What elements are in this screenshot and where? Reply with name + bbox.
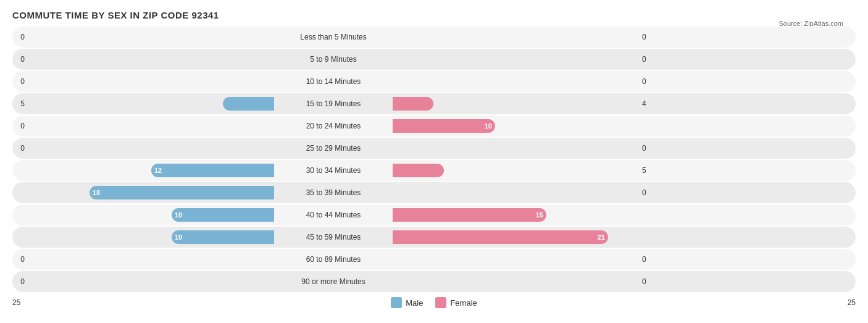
chart-row: 0 25 to 29 Minutes 0 (12, 138, 856, 159)
legend-male-box (391, 297, 402, 308)
male-value: 0 (12, 255, 25, 264)
chart-footer: 25 Male Female 25 (12, 297, 856, 308)
legend-male-label: Male (406, 298, 423, 308)
male-value-inside: 10 (175, 233, 182, 241)
row-label: 45 to 59 Minutes (278, 233, 389, 241)
male-bar-container: 10 (27, 208, 274, 222)
male-bar-container: 18 (27, 186, 274, 199)
chart-container: 0 Less than 5 Minutes 0 0 5 to 9 Minutes… (12, 27, 856, 292)
male-value: 0 (12, 277, 25, 286)
male-value: 0 (12, 122, 25, 130)
male-value: 0 (12, 77, 25, 86)
right-section: 0 (389, 144, 654, 153)
chart-row: 0 5 to 9 Minutes 0 (12, 49, 856, 70)
female-value: 5 (642, 166, 654, 175)
female-value-inside: 10 (485, 122, 492, 130)
left-section: 0 (12, 77, 278, 86)
left-section: 10 (12, 230, 278, 244)
female-bar-container (393, 164, 640, 177)
female-value-inside: 21 (598, 233, 605, 241)
left-section: 12 (12, 164, 278, 177)
chart-row: 0 20 to 24 Minutes 10 (12, 115, 856, 136)
right-section: 5 (389, 164, 654, 177)
row-label: Less than 5 Minutes (278, 33, 389, 41)
female-bar-container: 15 (393, 208, 640, 222)
left-section: 0 (12, 255, 278, 264)
right-section: 0 (389, 255, 654, 264)
right-section: 0 (389, 55, 654, 64)
right-section: 21 (389, 230, 654, 244)
female-value: 0 (642, 33, 654, 41)
male-value: 5 (12, 99, 25, 108)
male-bar-container: 10 (27, 230, 274, 244)
right-section: 0 (389, 77, 654, 86)
female-value: 0 (642, 188, 654, 197)
female-value: 0 (642, 77, 654, 86)
left-section: 0 (12, 144, 278, 153)
row-label: 10 to 14 Minutes (278, 77, 389, 86)
right-section: 0 (389, 33, 654, 41)
row-label: 25 to 29 Minutes (278, 144, 389, 153)
right-section: 15 (389, 208, 654, 222)
chart-row: 0 Less than 5 Minutes 0 (12, 27, 856, 48)
row-label: 40 to 44 Minutes (278, 211, 389, 219)
right-section: 4 (389, 97, 654, 111)
left-section: 5 (12, 97, 278, 111)
male-value-inside: 18 (93, 189, 100, 196)
chart-row: 10 40 to 44 Minutes 15 (12, 204, 856, 225)
bar-male: 18 (90, 186, 274, 199)
female-value: 0 (642, 277, 654, 286)
row-label: 20 to 24 Minutes (278, 122, 389, 130)
bar-male: 12 (151, 164, 274, 177)
female-value: 4 (642, 99, 654, 108)
legend-female: Female (435, 297, 477, 308)
chart-title: COMMUTE TIME BY SEX IN ZIP CODE 92341 (12, 10, 856, 20)
row-label: 90 or more Minutes (278, 277, 389, 286)
chart-row: 0 60 to 89 Minutes 0 (12, 249, 856, 270)
female-value-inside: 15 (536, 211, 543, 219)
bar-female: 15 (393, 208, 546, 222)
male-value-inside: 10 (175, 211, 182, 219)
bar-male: 10 (172, 230, 274, 244)
row-label: 60 to 89 Minutes (278, 255, 389, 264)
axis-left-label: 25 (12, 298, 37, 307)
row-label: 30 to 34 Minutes (278, 166, 389, 175)
chart-row: 12 30 to 34 Minutes 5 (12, 160, 856, 181)
bar-female (393, 97, 433, 111)
bar-female (393, 164, 444, 177)
bar-female: 21 (393, 230, 608, 244)
bar-male: 10 (172, 208, 274, 222)
bar-male (223, 97, 274, 111)
male-bar-container: 12 (27, 164, 274, 177)
male-value-inside: 12 (154, 167, 162, 174)
chart-row: 5 15 to 19 Minutes 4 (12, 93, 856, 114)
right-section: 0 (389, 277, 654, 286)
female-value: 0 (642, 144, 654, 153)
left-section: 18 (12, 186, 278, 199)
male-value: 0 (12, 55, 25, 64)
chart-row: 10 45 to 59 Minutes 21 (12, 227, 856, 248)
legend-male: Male (391, 297, 423, 308)
chart-legend: Male Female (37, 297, 831, 308)
legend-female-box (435, 297, 446, 308)
row-label: 5 to 9 Minutes (278, 55, 389, 64)
female-value: 0 (642, 255, 654, 264)
chart-row: 18 35 to 39 Minutes 0 (12, 182, 856, 203)
bar-female: 10 (393, 119, 495, 133)
female-bar-container (393, 97, 640, 111)
legend-female-label: Female (450, 298, 477, 308)
right-section: 10 (389, 119, 654, 133)
left-section: 0 (12, 277, 278, 286)
left-section: 0 (12, 122, 278, 130)
chart-row: 0 90 or more Minutes 0 (12, 271, 856, 292)
axis-right-label: 25 (831, 298, 856, 307)
male-bar-container (27, 97, 274, 111)
female-value: 0 (642, 55, 654, 64)
female-bar-container: 10 (393, 119, 640, 133)
right-section: 0 (389, 188, 654, 197)
left-section: 10 (12, 208, 278, 222)
male-value: 0 (12, 33, 25, 41)
left-section: 0 (12, 33, 278, 41)
row-label: 15 to 19 Minutes (278, 99, 389, 108)
male-value: 0 (12, 144, 25, 153)
